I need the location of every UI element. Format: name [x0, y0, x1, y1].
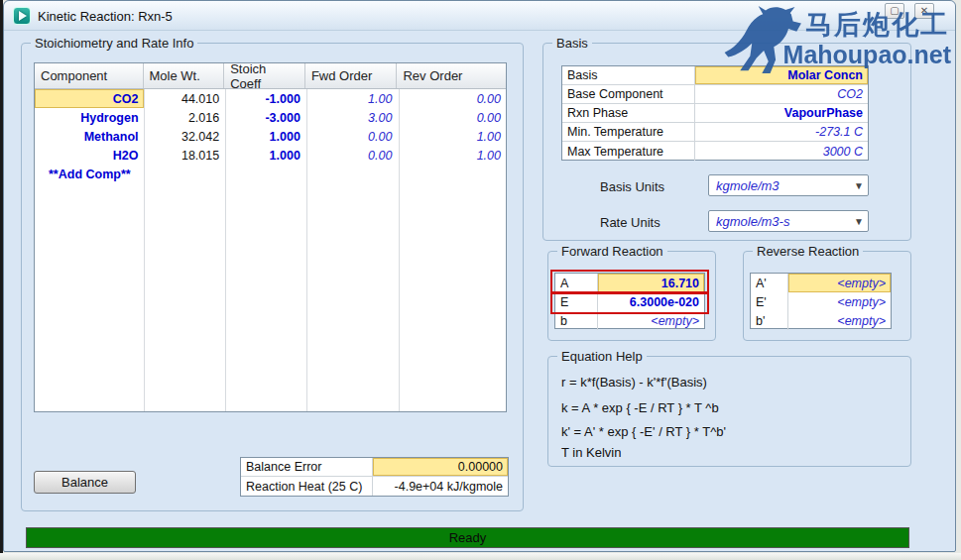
stoichiometry-header-row: Component Mole Wt. Stoich Coeff Fwd Orde…	[35, 63, 506, 89]
basis-units-value: kgmole/m3	[709, 178, 850, 193]
equation-k: k = A * exp { -E / RT } * T ^b	[561, 400, 719, 415]
reverse-e-label: E'	[751, 292, 788, 311]
basis-value[interactable]: Molar Concn	[695, 66, 868, 84]
fwd-order-cell[interactable]: 0.00	[305, 127, 398, 146]
reverse-b-value[interactable]: <empty>	[788, 311, 891, 330]
stoichiometry-table: Component Mole Wt. Stoich Coeff Fwd Orde…	[34, 62, 507, 412]
forward-a-value[interactable]: 16.710	[598, 274, 704, 292]
chevron-down-icon: ▼	[850, 216, 868, 227]
forward-b-row: b <empty>	[555, 311, 704, 330]
max-temperature-row: Max Temperature 3000 C	[562, 142, 868, 161]
table-row-co2: CO2 44.010 -1.000 1.00 0.00	[35, 89, 506, 108]
equation-k-prime: k' = A' * exp { -E' / RT } * T^b'	[561, 424, 726, 439]
mole-wt-cell: 44.010	[144, 89, 225, 108]
equation-help-group-label: Equation Help	[557, 349, 647, 364]
rev-order-cell[interactable]: 0.00	[397, 89, 506, 108]
stoich-coeff-cell[interactable]: 1.000	[224, 127, 305, 146]
status-text: Ready	[449, 530, 487, 545]
min-temperature-label: Min. Temperature	[562, 123, 695, 141]
basis-row: Basis Molar Concn	[562, 66, 868, 85]
column-separator	[399, 89, 400, 411]
max-temperature-label: Max Temperature	[562, 142, 695, 161]
forward-a-row: A 16.710	[555, 274, 704, 292]
basis-table: Basis Molar Concn Base Component CO2 Rxn…	[561, 65, 869, 161]
base-component-label: Base Component	[562, 85, 695, 103]
equation-t-note: T in Kelvin	[561, 445, 621, 460]
reverse-reaction-group-label: Reverse Reaction	[753, 244, 863, 259]
col-header-component: Component	[35, 63, 144, 88]
column-separator	[144, 89, 145, 411]
stoich-coeff-cell[interactable]: -1.000	[224, 89, 305, 108]
basis-units-label: Basis Units	[600, 179, 664, 194]
reaction-heat-row: Reaction Heat (25 C) -4.9e+04 kJ/kgmole	[241, 477, 508, 496]
reaction-play-icon	[13, 7, 31, 25]
col-header-rev-order: Rev Order	[397, 63, 506, 88]
titlebar: Kinetic Reaction: Rxn-5 ▢ ✕	[4, 1, 955, 31]
stoichiometry-group-label: Stoichiometry and Rate Info	[31, 36, 197, 51]
column-separator	[306, 89, 307, 411]
reverse-a-row: A' <empty>	[751, 274, 891, 292]
table-row-methanol: Methanol 32.042 1.000 0.00 1.00	[35, 127, 506, 146]
window-title: Kinetic Reaction: Rxn-5	[38, 9, 173, 24]
table-row-hydrogen: Hydrogen 2.016 -3.000 3.00 0.00	[35, 108, 506, 127]
stoich-coeff-cell[interactable]: -3.000	[224, 108, 305, 127]
column-separator	[225, 89, 226, 411]
rate-units-label: Rate Units	[600, 215, 661, 230]
rxn-phase-row: Rxn Phase VapourPhase	[562, 104, 868, 123]
component-cell[interactable]: Methanol	[35, 127, 144, 146]
rxn-phase-value[interactable]: VapourPhase	[695, 104, 868, 122]
col-header-fwd-order: Fwd Order	[305, 63, 398, 88]
equation-rate: r = k*f(Basis) - k'*f'(Basis)	[561, 375, 707, 390]
screen-edge	[0, 0, 3, 553]
forward-b-label: b	[555, 311, 598, 330]
add-comp-cell[interactable]: **Add Comp**	[35, 165, 144, 183]
stoich-coeff-cell[interactable]: 1.000	[224, 146, 305, 165]
balance-error-row: Balance Error 0.00000	[241, 458, 508, 477]
table-row-add-comp: **Add Comp**	[35, 165, 506, 183]
rev-order-cell[interactable]: 1.00	[397, 127, 506, 146]
forward-b-value[interactable]: <empty>	[598, 311, 704, 330]
rate-units-dropdown[interactable]: kgmole/m3-s ▼	[708, 210, 869, 232]
chevron-down-icon: ▼	[850, 180, 868, 191]
rate-units-value: kgmole/m3-s	[709, 214, 850, 229]
forward-e-value[interactable]: 6.3000e-020	[598, 292, 704, 311]
fwd-order-cell[interactable]: 1.00	[305, 89, 398, 108]
rev-order-cell[interactable]: 0.00	[397, 108, 506, 127]
reverse-reaction-table: A' <empty> E' <empty> b' <empty>	[750, 273, 892, 329]
basis-row-label: Basis	[562, 66, 695, 84]
min-temperature-value[interactable]: -273.1 C	[695, 123, 868, 141]
component-cell[interactable]: CO2	[35, 89, 144, 108]
table-row-h2o: H2O 18.015 1.000 0.00 1.00	[35, 146, 506, 165]
reverse-e-value[interactable]: <empty>	[788, 292, 891, 311]
balance-button[interactable]: Balance	[34, 471, 136, 494]
reaction-heat-value: -4.9e+04 kJ/kgmole	[373, 477, 508, 496]
rxn-phase-label: Rxn Phase	[562, 104, 695, 122]
max-temperature-value[interactable]: 3000 C	[695, 142, 868, 161]
basis-units-dropdown[interactable]: kgmole/m3 ▼	[708, 174, 869, 196]
fwd-order-cell[interactable]: 3.00	[305, 108, 398, 127]
balance-error-value: 0.00000	[373, 458, 508, 476]
base-component-value[interactable]: CO2	[695, 85, 868, 103]
reverse-a-value[interactable]: <empty>	[788, 274, 891, 292]
reaction-heat-label: Reaction Heat (25 C)	[241, 477, 373, 496]
rev-order-cell[interactable]: 1.00	[397, 146, 506, 165]
mole-wt-cell: 2.016	[144, 108, 225, 127]
base-component-row: Base Component CO2	[562, 85, 868, 104]
desktop-strip	[0, 553, 961, 560]
forward-e-label: E	[555, 292, 598, 311]
mole-wt-cell: 18.015	[144, 146, 225, 165]
reverse-e-row: E' <empty>	[751, 292, 891, 311]
close-button[interactable]: ✕	[914, 3, 934, 19]
mole-wt-cell: 32.042	[144, 127, 225, 146]
component-cell[interactable]: H2O	[35, 146, 144, 165]
restore-button[interactable]: ▢	[885, 3, 904, 19]
forward-reaction-group-label: Forward Reaction	[557, 244, 667, 259]
balance-table: Balance Error 0.00000 Reaction Heat (25 …	[240, 457, 509, 497]
fwd-order-cell[interactable]: 0.00	[305, 146, 398, 165]
balance-error-label: Balance Error	[241, 458, 373, 476]
kinetic-reaction-window: Kinetic Reaction: Rxn-5 ▢ ✕ Stoichiometr…	[3, 0, 956, 552]
forward-e-row: E 6.3000e-020	[555, 292, 704, 311]
reverse-b-row: b' <empty>	[751, 311, 891, 330]
component-cell[interactable]: Hydrogen	[35, 108, 144, 127]
screenshot-stage: Kinetic Reaction: Rxn-5 ▢ ✕ Stoichiometr…	[0, 0, 961, 560]
